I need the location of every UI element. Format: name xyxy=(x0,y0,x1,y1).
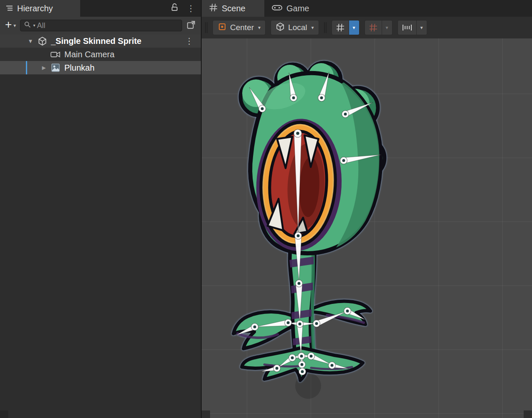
lock-icon[interactable] xyxy=(171,3,178,13)
bone-joint xyxy=(296,280,303,287)
chevron-down-icon: ▾ xyxy=(421,25,423,30)
panel-resize-corner[interactable] xyxy=(0,410,8,418)
pop-out-icon[interactable] xyxy=(186,20,196,31)
bone-joint xyxy=(274,365,281,372)
snap-toggle-button[interactable] xyxy=(365,20,382,35)
scene-toolbar: Center ▾ Local ▾ ▾ xyxy=(202,17,532,38)
chevron-down-icon: ▾ xyxy=(258,25,261,30)
hierarchy-menu-kebab-icon[interactable]: ⋮ xyxy=(187,4,195,13)
window-resize-grip[interactable] xyxy=(524,410,532,418)
scene-panel: Scene Game Center ▾ xyxy=(202,0,532,418)
scene-viewport[interactable] xyxy=(202,38,532,418)
gamepad-icon xyxy=(272,4,282,13)
bone-joint xyxy=(299,361,306,368)
hierarchy-tree: ▼ _Single Skinned Sprite ⋮ Main Camera ▶ xyxy=(0,34,201,74)
unity-scene-icon xyxy=(36,36,48,46)
scene-header-row[interactable]: ▼ _Single Skinned Sprite ⋮ xyxy=(0,34,201,48)
chevron-down-icon: ▾ xyxy=(386,25,388,30)
item-label: Main Camera xyxy=(64,50,114,59)
search-input[interactable] xyxy=(37,21,178,30)
chevron-down-icon: ▾ xyxy=(13,23,16,28)
hierarchy-item-main-camera[interactable]: Main Camera xyxy=(0,48,201,61)
bone-joint xyxy=(289,354,296,362)
scene-tab-label: Scene xyxy=(222,4,246,13)
bone-joint xyxy=(329,362,336,369)
grid-settings-dropdown[interactable]: ▾ xyxy=(349,20,359,35)
search-filter-caret-icon[interactable]: ▾ xyxy=(33,23,35,28)
toolbar-separator xyxy=(324,22,327,33)
item-label: Plunkah xyxy=(64,63,94,73)
plunkah-sprite[interactable] xyxy=(233,63,385,380)
tab-game[interactable]: Game xyxy=(264,0,327,17)
camera-icon xyxy=(49,50,62,59)
scene-tabstrip: Scene Game xyxy=(202,0,532,17)
panel-divider[interactable] xyxy=(201,0,202,418)
bone-joint xyxy=(299,368,306,375)
snap-increment-dropdown[interactable]: ▾ xyxy=(416,20,427,35)
bone-joint xyxy=(290,94,297,102)
hierarchy-list-icon xyxy=(6,4,13,13)
bone-joint xyxy=(342,111,349,118)
game-tab-label: Game xyxy=(286,4,309,13)
scene-options-kebab-icon[interactable]: ⋮ xyxy=(185,37,193,45)
toolbar-separator xyxy=(205,22,208,33)
bone-joint xyxy=(259,105,266,112)
bone-joint xyxy=(295,232,302,240)
hierarchy-tab-label: Hierarchy xyxy=(17,4,53,13)
bone-joint xyxy=(251,324,258,331)
pivot-label: Center xyxy=(230,23,254,32)
tab-hierarchy[interactable]: Hierarchy xyxy=(0,0,80,17)
scene-canvas[interactable] xyxy=(202,38,532,418)
orientation-label: Local xyxy=(288,23,307,32)
bone-joint xyxy=(298,353,305,360)
search-icon xyxy=(24,21,31,30)
search-field[interactable]: ▾ xyxy=(20,20,182,31)
bone-joint xyxy=(285,319,292,326)
orientation-mode-button[interactable]: Local ▾ xyxy=(271,20,319,35)
bone-joint xyxy=(313,320,320,327)
selection-indicator-bar xyxy=(26,61,27,74)
foldout-closed-icon[interactable]: ▶ xyxy=(38,65,49,71)
hierarchy-tabstrip: Hierarchy ⋮ xyxy=(0,0,201,17)
viewport-corner xyxy=(202,410,210,418)
snap-increment-control: ▾ xyxy=(398,20,427,35)
bone-joint xyxy=(318,94,325,102)
tab-scene[interactable]: Scene xyxy=(202,0,264,17)
grid-visibility-control: ▾ xyxy=(332,20,360,35)
foldout-open-icon[interactable]: ▼ xyxy=(25,38,36,44)
plus-icon: + xyxy=(5,19,12,31)
hierarchy-toolbar: + ▾ ▾ xyxy=(0,17,201,34)
chevron-down-icon: ▾ xyxy=(311,25,314,30)
pivot-mode-button[interactable]: Center ▾ xyxy=(213,20,266,35)
snap-settings-dropdown[interactable]: ▾ xyxy=(382,20,392,35)
scene-grid-icon xyxy=(209,3,218,14)
local-cube-icon xyxy=(276,22,285,33)
bone-joint xyxy=(294,130,302,138)
unity-editor-window: Hierarchy ⋮ + ▾ ▾ xyxy=(0,0,532,418)
bone-joint xyxy=(344,308,351,315)
pivot-icon xyxy=(218,22,227,33)
create-menu-button[interactable]: + ▾ xyxy=(5,20,16,31)
scene-name-label: _Single Skinned Sprite xyxy=(51,36,142,46)
bone-joint xyxy=(296,321,304,328)
bone-joint xyxy=(340,157,347,164)
sprite-icon xyxy=(49,63,62,73)
grid-toggle-button[interactable] xyxy=(332,20,349,35)
grid-snapping-control: ▾ xyxy=(365,20,393,35)
snap-increment-button[interactable] xyxy=(398,20,416,35)
hierarchy-item-plunkah[interactable]: ▶ Plunkah xyxy=(0,61,201,74)
hierarchy-panel: Hierarchy ⋮ + ▾ ▾ xyxy=(0,0,201,418)
bone-joint xyxy=(308,353,315,360)
left-leaf xyxy=(233,312,298,349)
chevron-down-icon: ▾ xyxy=(353,25,355,30)
